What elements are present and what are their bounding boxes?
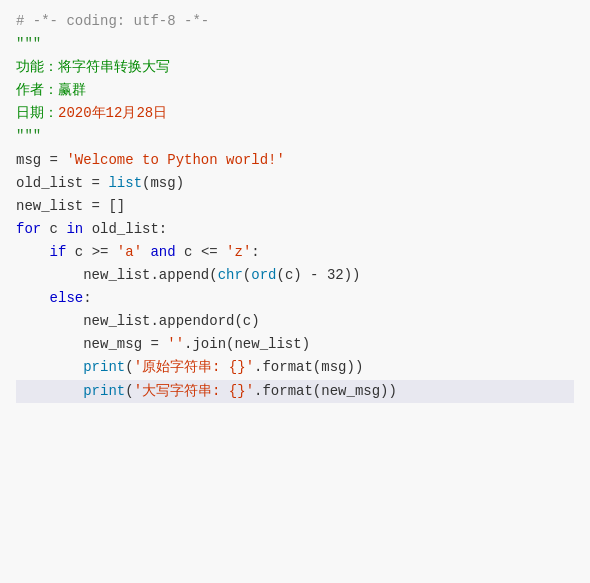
code-line: for c in old_list: [16,218,574,241]
code-line: new_list.append(chr(ord(c) - 32)) [16,264,574,287]
code-line: """ [16,33,574,56]
code-line: print('原始字符串: {}'.format(msg)) [16,356,574,379]
code-line: new_list.appendord(c) [16,310,574,333]
code-line: 日期：2020年12月28日 [16,102,574,125]
code-line: new_list = [] [16,195,574,218]
code-line: old_list = list(msg) [16,172,574,195]
code-line: # -*- coding: utf-8 -*- [16,10,574,33]
code-editor: # -*- coding: utf-8 -*- """ 功能：将字符串转换大写 … [0,0,590,583]
code-line: new_msg = ''.join(new_list) [16,333,574,356]
code-line: msg = 'Welcome to Python world!' [16,149,574,172]
code-line: 功能：将字符串转换大写 [16,56,574,79]
code-line: print('大写字符串: {}'.format(new_msg)) [16,380,574,403]
code-line: """ [16,125,574,148]
code-line: else: [16,287,574,310]
code-line: 作者：赢群 [16,79,574,102]
code-line: if c >= 'a' and c <= 'z': [16,241,574,264]
